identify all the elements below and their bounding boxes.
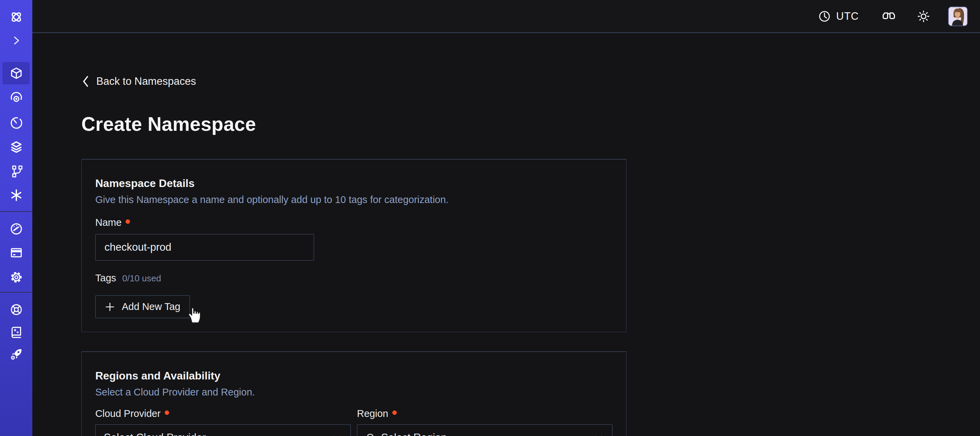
required-dot	[165, 410, 169, 415]
timezone-selector[interactable]: UTC	[818, 10, 859, 23]
back-to-namespaces-link[interactable]: Back to Namespaces	[81, 75, 196, 88]
chevron-down-icon	[593, 432, 604, 436]
chevron-down-icon	[331, 432, 342, 436]
required-dot	[126, 219, 130, 224]
clock-icon	[818, 10, 831, 23]
tags-counter: 0/10 used	[122, 273, 161, 284]
namespaces-cube-icon	[8, 65, 24, 81]
sidebar-item-nexus[interactable]	[0, 183, 32, 208]
card-subtitle: Select a Cloud Provider and Region.	[95, 386, 612, 398]
tags-label: Tags	[95, 273, 116, 284]
reader-mode-glasses-icon[interactable]	[881, 8, 897, 24]
plus-icon	[105, 302, 115, 312]
back-link-label: Back to Namespaces	[96, 75, 196, 88]
expand-sidebar-chevron-icon[interactable]	[0, 28, 32, 53]
sidebar-item-billing[interactable]	[0, 241, 32, 265]
regions-availability-card: Regions and Availability Select a Cloud …	[81, 351, 627, 436]
region-select[interactable]: Select Region	[357, 425, 612, 436]
sidebar-item-usage[interactable]	[0, 217, 32, 241]
required-dot	[392, 410, 397, 415]
region-label: Region	[357, 408, 388, 419]
sidebar-divider	[0, 211, 32, 212]
cloud-provider-placeholder: Select Cloud Provider	[104, 431, 327, 436]
main-content: Back to Namespaces Create Namespace Name…	[32, 33, 980, 436]
sidebar	[0, 0, 32, 436]
region-placeholder: Select Region	[381, 431, 588, 436]
sidebar-item-workflows[interactable]	[0, 158, 32, 183]
nexus-asterisk-icon	[8, 187, 24, 203]
create-namespace-page: { "header": { "timezone": "UTC", "icons"…	[0, 0, 980, 436]
getting-started-rocket-icon	[8, 347, 24, 362]
card-title: Namespace Details	[95, 177, 612, 190]
namespace-details-card: Namespace Details Give this Namespace a …	[81, 159, 627, 332]
sidebar-item-monitor[interactable]	[0, 86, 32, 110]
name-field-label: Name	[95, 217, 121, 228]
sidebar-item-schedules[interactable]	[0, 110, 32, 135]
settings-gear-icon	[8, 270, 24, 285]
sidebar-item-support[interactable]	[0, 297, 32, 322]
sidebar-item-settings[interactable]	[0, 265, 32, 289]
sidebar-item-docs[interactable]	[0, 320, 32, 344]
sidebar-item-getting-started[interactable]	[0, 342, 32, 367]
usage-gauge-icon	[8, 221, 24, 237]
temporal-logo-icon[interactable]	[0, 5, 32, 29]
monitor-spiral-icon	[8, 90, 24, 105]
docs-book-icon	[8, 324, 24, 340]
support-life-ring-icon	[8, 302, 24, 318]
sidebar-item-deployments[interactable]	[0, 135, 32, 160]
namespace-name-input[interactable]	[95, 234, 314, 260]
timezone-label: UTC	[836, 10, 859, 22]
cloud-provider-select[interactable]: Select Cloud Provider	[95, 425, 351, 436]
page-title: Create Namespace	[81, 113, 980, 135]
card-subtitle: Give this Namespace a name and optionall…	[95, 194, 612, 205]
schedules-timer-icon	[8, 115, 24, 131]
top-header: UTC	[32, 0, 980, 33]
back-chevron-icon	[81, 75, 90, 88]
sidebar-item-namespaces[interactable]	[0, 61, 32, 86]
light-theme-sun-icon[interactable]	[916, 9, 931, 24]
deployments-layers-icon	[8, 139, 24, 155]
header-controls: UTC	[818, 0, 968, 32]
user-avatar[interactable]	[948, 6, 968, 26]
add-new-tag-label: Add New Tag	[122, 301, 180, 312]
billing-card-icon	[8, 245, 24, 260]
card-title: Regions and Availability	[95, 370, 612, 382]
cloud-provider-label: Cloud Provider	[95, 408, 161, 419]
search-icon	[366, 432, 376, 436]
add-new-tag-button[interactable]: Add New Tag	[95, 295, 190, 318]
workflows-branch-icon	[8, 163, 24, 179]
sidebar-divider	[0, 292, 32, 292]
